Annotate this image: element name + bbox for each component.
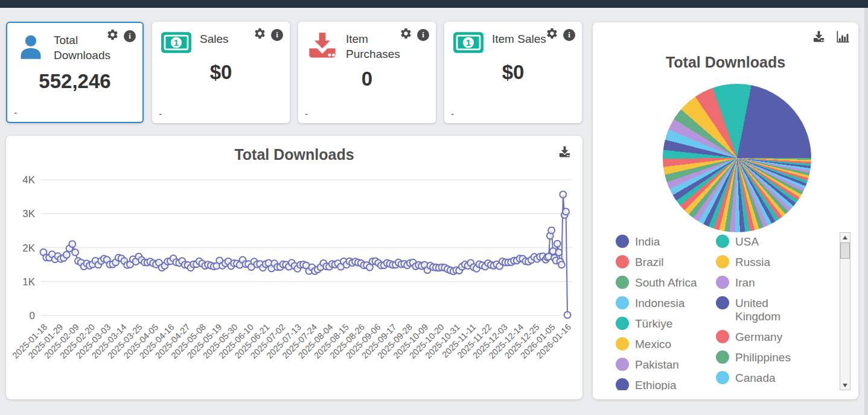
legend-label: Mexico <box>635 337 671 351</box>
stat-card-value: $0 <box>453 61 573 84</box>
legend-item[interactable]: South Africa <box>616 276 712 290</box>
legend-label: Pakistan <box>635 358 679 372</box>
legend-label: India <box>635 235 660 249</box>
svg-text:4K: 4K <box>22 174 35 186</box>
legend-item[interactable]: USA <box>716 235 816 249</box>
gear-icon[interactable] <box>106 28 119 43</box>
stat-card-footer: - <box>451 109 454 119</box>
stat-card-total-downloads[interactable]: i Total Downloads 552,246 - <box>6 22 144 123</box>
legend-label: Indonesia <box>635 296 685 310</box>
legend-label: USA <box>735 235 759 249</box>
gear-icon[interactable] <box>546 27 558 42</box>
legend-color-dot <box>616 255 629 268</box>
pie-legend-column-2: USARussiaIranUnited KingdomGermanyPhilip… <box>716 235 816 390</box>
legend-item[interactable]: Brazil <box>616 255 712 269</box>
legend-color-dot <box>616 337 629 350</box>
bar-chart-icon[interactable] <box>835 30 850 46</box>
info-icon[interactable]: i <box>417 29 429 41</box>
legend-item[interactable]: India <box>616 235 712 249</box>
stat-card-item-purchases[interactable]: i Item Purchases 0 - <box>298 22 436 123</box>
pie-chart-panel: Total Downloads IndiaBrazilSouth AfricaI… <box>593 22 858 399</box>
legend-color-dot <box>616 235 629 248</box>
legend-label: Iran <box>735 276 755 290</box>
download-tray-icon <box>307 31 338 63</box>
stat-card-item-sales[interactable]: i 1 Item Sales $0 - <box>444 22 582 123</box>
scroll-down-arrow[interactable] <box>840 381 850 390</box>
legend-color-dot <box>616 276 629 289</box>
legend-color-dot <box>716 276 729 289</box>
svg-text:0: 0 <box>30 310 35 322</box>
legend-color-dot <box>716 235 729 248</box>
stat-card-value: 0 <box>307 68 427 90</box>
legend-label: Brazil <box>635 255 664 269</box>
money-bill-icon: 1 <box>453 31 484 56</box>
downloads-line-chart[interactable]: 01K2K3K4K2025-01-182025-01-292025-02-092… <box>6 167 579 398</box>
svg-text:2K: 2K <box>22 242 35 254</box>
legend-item[interactable]: Canada <box>716 371 816 385</box>
legend-color-dot <box>616 296 629 309</box>
info-icon[interactable]: i <box>271 29 283 41</box>
legend-item[interactable]: Iran <box>716 276 816 290</box>
download-icon[interactable] <box>558 145 572 161</box>
legend-item[interactable]: Germany <box>716 330 816 344</box>
legend-label: Ethiopia <box>635 378 677 390</box>
svg-text:1: 1 <box>174 37 179 48</box>
legend-label: Canada <box>735 371 776 385</box>
gear-icon[interactable] <box>400 27 412 42</box>
pie-chart-title: Total Downloads <box>593 54 858 71</box>
stat-card-footer: - <box>159 109 162 119</box>
legend-color-dot <box>616 358 629 371</box>
legend-color-dot <box>716 350 729 364</box>
legend-color-dot <box>716 255 729 268</box>
svg-text:1K: 1K <box>22 276 35 288</box>
legend-color-dot <box>616 317 629 330</box>
stat-card-footer: - <box>305 109 308 119</box>
stat-card-footer: - <box>14 107 17 118</box>
legend-item[interactable]: Philippines <box>716 350 816 364</box>
legend-label: Türkiye <box>635 317 672 331</box>
info-icon[interactable]: i <box>124 30 136 42</box>
legend-color-dot <box>716 330 729 343</box>
scroll-up-arrow[interactable] <box>840 233 850 242</box>
scrollbar-thumb[interactable] <box>840 242 850 259</box>
legend-item[interactable]: Pakistan <box>616 358 712 372</box>
legend-scrollbar[interactable] <box>840 232 850 390</box>
legend-color-dot <box>716 371 729 384</box>
legend-item[interactable]: Russia <box>716 255 816 269</box>
legend-item[interactable]: Ethiopia <box>616 378 712 390</box>
stat-card-sales[interactable]: i 1 Sales $0 - <box>152 22 290 123</box>
info-icon[interactable]: i <box>563 29 575 41</box>
legend-item[interactable]: Indonesia <box>616 296 712 310</box>
download-icon[interactable] <box>812 30 826 46</box>
legend-label: United Kingdom <box>735 296 816 323</box>
user-icon <box>16 33 46 65</box>
legend-item[interactable]: United Kingdom <box>716 296 816 323</box>
pie-legend: IndiaBrazilSouth AfricaIndonesiaTürkiyeM… <box>616 235 816 390</box>
money-bill-icon: 1 <box>161 31 192 56</box>
svg-text:3K: 3K <box>22 208 35 220</box>
legend-label: Philippines <box>735 350 791 364</box>
line-chart-title: Total Downloads <box>6 146 582 163</box>
page-scrollbar[interactable] <box>864 8 868 415</box>
legend-color-dot <box>716 296 729 309</box>
legend-label: South Africa <box>635 276 697 290</box>
legend-item[interactable]: Mexico <box>616 337 712 351</box>
stat-card-title: Item Sales <box>492 32 546 47</box>
stat-card-title: Sales <box>200 32 229 47</box>
line-chart-panel: Total Downloads 01K2K3K4K2025-01-182025-… <box>6 136 582 399</box>
legend-color-dot <box>616 378 629 390</box>
svg-text:1: 1 <box>466 37 471 48</box>
stat-card-value: 552,246 <box>16 70 134 93</box>
stat-cards-row: i Total Downloads 552,246 - i 1 Sales $0… <box>6 22 582 123</box>
legend-label: Germany <box>735 330 782 344</box>
downloads-pie-chart[interactable] <box>663 84 811 232</box>
pie-legend-column-1: IndiaBrazilSouth AfricaIndonesiaTürkiyeM… <box>616 235 712 390</box>
legend-label: Russia <box>735 255 770 269</box>
gear-icon[interactable] <box>254 27 266 42</box>
legend-item[interactable]: Türkiye <box>616 317 712 331</box>
top-nav-bar <box>0 0 868 8</box>
stat-card-value: $0 <box>161 61 281 84</box>
